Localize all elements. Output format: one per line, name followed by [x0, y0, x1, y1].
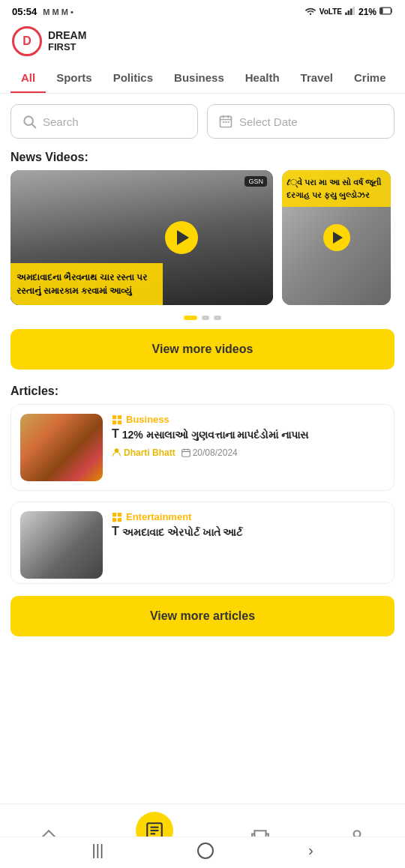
- svg-line-8: [32, 124, 36, 128]
- article-title-2: અમદાવાદ એરપોર્ટ ખાતે આર્ટ: [122, 525, 243, 540]
- article-image-2: [20, 511, 103, 579]
- articles-title: Articles:: [0, 380, 405, 404]
- tab-travel[interactable]: Travel: [290, 64, 344, 94]
- article-card-2[interactable]: Entertainment T અમદાવાદ એરપોર્ટ ખાતે આર્…: [10, 501, 394, 584]
- article-card-1[interactable]: Business T 12% મસાલાઓ ગુણવત્તાના માપદંડો…: [10, 404, 394, 491]
- svg-rect-1: [345, 13, 347, 15]
- logo-text: DREAM FIRST: [48, 30, 86, 52]
- svg-rect-13: [223, 121, 225, 123]
- search-row: Search Select Date: [0, 94, 405, 146]
- search-box[interactable]: Search: [10, 104, 198, 139]
- time-display: 05:54: [12, 6, 37, 17]
- calendar-icon: [218, 114, 233, 129]
- play-button-2[interactable]: [323, 224, 350, 251]
- android-home-btn[interactable]: [197, 843, 214, 859]
- svg-rect-21: [182, 449, 190, 456]
- svg-rect-3: [350, 8, 352, 15]
- android-back-btn[interactable]: ‹: [308, 842, 314, 859]
- carrier-icons: M M M •: [43, 7, 74, 16]
- logo-line2: FIRST: [48, 42, 86, 52]
- category-label-2: Entertainment: [126, 511, 191, 522]
- status-bar: 05:54 M M M • VoLTE 21%: [0, 0, 405, 20]
- date-picker-box[interactable]: Select Date: [207, 104, 394, 139]
- logo: D DREAM FIRST: [12, 26, 86, 56]
- partial-text-overlay: ℓ્વે પરા મા આ સો વર્ષ જૂની દરગાહ પર ફ્યુ…: [282, 170, 391, 207]
- category-tabs: All Sports Politics Business Health Trav…: [0, 64, 405, 94]
- tab-e[interactable]: E: [397, 64, 406, 94]
- category-label-1: Business: [126, 414, 170, 425]
- category-icon-2: [112, 512, 122, 522]
- date-placeholder: Select Date: [239, 115, 298, 128]
- status-time: 05:54 M M M •: [12, 6, 74, 17]
- tab-business[interactable]: Business: [164, 64, 235, 94]
- svg-rect-26: [118, 512, 122, 516]
- tab-crime[interactable]: Crime: [344, 64, 397, 94]
- battery-percent: 21%: [358, 7, 376, 17]
- view-more-articles-button[interactable]: View more articles: [10, 596, 394, 636]
- battery-icon: [380, 7, 393, 17]
- author-icon: [112, 447, 122, 457]
- dot-2: [214, 316, 221, 320]
- svg-rect-16: [112, 415, 116, 418]
- logo-line1: DREAM: [48, 30, 86, 41]
- svg-rect-28: [118, 517, 122, 521]
- svg-rect-19: [118, 420, 122, 424]
- video-dots: [0, 313, 405, 328]
- lte-icon: VoLTE: [320, 7, 342, 16]
- dot-active: [184, 316, 197, 320]
- svg-rect-2: [348, 10, 350, 15]
- play-button-1[interactable]: [165, 221, 198, 254]
- article-image-1: [20, 414, 103, 481]
- wifi-icon: [304, 6, 316, 17]
- articles-section: Articles: Business T 12% મસાલાઓ ગુણવત્તા…: [0, 380, 405, 647]
- svg-rect-27: [112, 517, 116, 521]
- svg-rect-17: [118, 415, 122, 418]
- gsn-badge: GSN: [244, 176, 267, 187]
- tab-all[interactable]: All: [10, 64, 46, 94]
- svg-rect-6: [380, 7, 382, 13]
- svg-point-0: [310, 13, 311, 15]
- article-content-2: Entertainment T અમદાવાદ એરપોર્ટ ખાતે આર્…: [112, 511, 385, 574]
- article-date-1: 20/08/2024: [182, 447, 238, 458]
- news-videos-section: News Videos: GSN અમદાવાદના ભૈરવનાથ ચાર ર…: [0, 146, 405, 380]
- app-header: D DREAM FIRST: [0, 20, 405, 64]
- article-category-1: Business: [112, 414, 385, 425]
- article-category-2: Entertainment: [112, 511, 385, 522]
- status-right: VoLTE 21%: [304, 6, 393, 17]
- svg-rect-25: [112, 512, 116, 516]
- main-content: News Videos: GSN અમદાવાદના ભૈરવનાથ ચાર ર…: [0, 146, 405, 752]
- category-icon-1: [112, 415, 122, 425]
- video-card-1[interactable]: GSN અમદાવાદના ભૈરવનાથ ચાર રસ્તા પર રસ્તા…: [10, 170, 273, 305]
- signal-icon: [345, 6, 356, 17]
- tab-politics[interactable]: Politics: [103, 64, 164, 94]
- android-nav: ||| ‹: [0, 837, 405, 868]
- date-icon: [182, 448, 190, 457]
- logo-letter: D: [22, 34, 32, 48]
- article-meta-1: Dharti Bhatt 20/08/2024: [112, 447, 385, 458]
- tab-sports[interactable]: Sports: [46, 64, 103, 94]
- svg-rect-4: [352, 7, 355, 15]
- android-menu-btn[interactable]: |||: [92, 842, 104, 859]
- video-scroll: GSN અમદાવાદના ભૈરવનાથ ચાર રસ્તા પર રસ્તા…: [0, 170, 405, 313]
- tab-health[interactable]: Health: [235, 64, 290, 94]
- video-text-overlay: અમદાવાદના ભૈરવનાથ ચાર રસ્તા પર રસ્તાનું …: [10, 263, 163, 305]
- search-icon: [22, 114, 37, 129]
- video-card-2[interactable]: ℓ્વે પરા મા આ સો વર્ષ જૂની દરગાહ પર ફ્યુ…: [282, 170, 391, 305]
- article-author-1: Dharti Bhatt: [112, 447, 176, 458]
- logo-circle: D: [12, 26, 42, 56]
- svg-rect-14: [225, 121, 227, 123]
- article-content-1: Business T 12% મસાલાઓ ગુણવત્તાના માપદંડો…: [112, 414, 385, 481]
- dot-1: [202, 316, 209, 320]
- article-title-1: 12% મસાલાઓ ગુણવત્તાના માપદંડોમાં નાપાસ: [122, 428, 309, 443]
- search-placeholder: Search: [43, 115, 79, 128]
- svg-rect-18: [112, 420, 116, 424]
- news-videos-title: News Videos:: [0, 146, 405, 170]
- view-more-videos-button[interactable]: View more videos: [10, 329, 394, 370]
- svg-rect-15: [228, 121, 230, 123]
